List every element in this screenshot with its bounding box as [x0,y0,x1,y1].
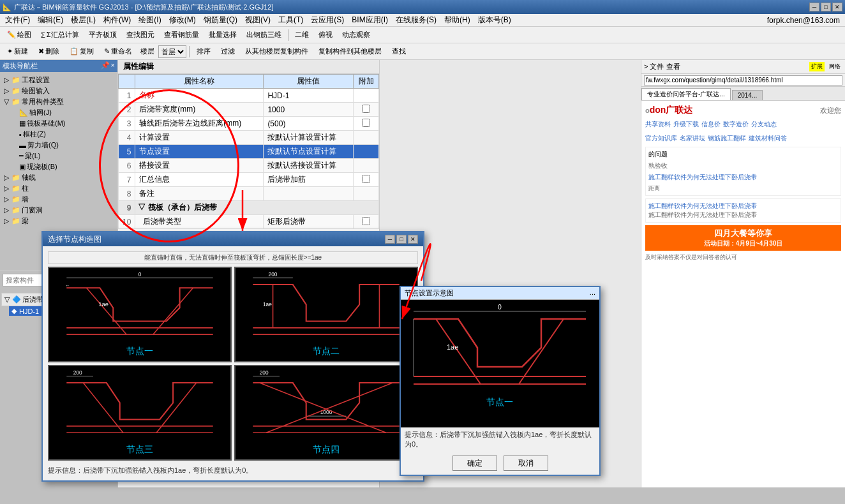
node-cell-1[interactable]: 0 1ae ← 节点一 [48,267,232,362]
sidebar-item-project-settings[interactable]: ▷ 📁 工程设置 [3,75,115,85]
menu-view[interactable]: 视图(V) [241,14,274,26]
web-nav-branch[interactable]: 分支动态 [751,120,777,129]
btn-view-rebar[interactable]: 查看钢筋量 [160,29,204,41]
web-nav2-knowledge[interactable]: 官方知识库 [645,134,677,143]
sidebar-item-wall[interactable]: ▷ 📁 墙 [3,194,115,205]
menu-user[interactable]: forpk.chen@163.com [763,15,844,26]
menu-rebar-qty[interactable]: 钢筋量(Q) [200,14,241,26]
prop-value[interactable]: 后浇带加筋 [264,173,354,187]
menu-component[interactable]: 构件(W) [100,14,135,26]
expand-icon[interactable]: ▷ [3,87,10,95]
table-row[interactable]: 5 节点设置 按默认节点设置计算 [119,145,379,159]
node-cell-3[interactable]: 200 节点三 [48,365,232,461]
restore-button[interactable]: □ [821,3,831,11]
node-cell-4[interactable]: 200 1000 节点四 [234,365,418,461]
btn-new[interactable]: ✦ 新建 [3,45,33,57]
web-address-input[interactable] [644,75,842,85]
menu-modify[interactable]: 修改(M) [165,14,200,26]
sidebar-item-common-types[interactable]: ▽ 📁 常用构件类型 [3,96,115,107]
web-nav-upgrade[interactable]: 升级下载 [673,120,699,129]
sidebar-item-shear-wall[interactable]: ▬ 剪力墙(Q) [10,140,115,151]
btn-top-view[interactable]: 俯视 [314,29,337,41]
minimize-button[interactable]: ─ [809,3,819,11]
menu-online[interactable]: 在线服务(S) [392,14,440,26]
table-row[interactable]: 3 轴线距后浇带左边线距离(mm) (500) [119,117,379,131]
btn-filter[interactable]: 过滤 [216,45,239,57]
btn-dynamic-view[interactable]: 动态观察 [338,29,375,41]
expand-icon[interactable]: ▷ [3,76,10,84]
menu-tools[interactable]: 工具(T) [274,14,307,26]
btn-find-comp[interactable]: 查找 [387,45,410,57]
dialog-close-btn[interactable]: ✕ [408,235,418,244]
btn-draw[interactable]: ✏️ 绘图 [3,29,36,41]
web-tab-2[interactable]: 2014... [732,90,763,100]
cancel-button[interactable]: 取消 [504,456,548,471]
sidebar-item-draw-input[interactable]: ▷ 📁 绘图输入 [3,85,115,96]
menu-version[interactable]: 版本号(B) [474,14,515,26]
dialog-restore-btn[interactable]: □ [396,235,407,244]
prop-value[interactable]: 按默认节点设置计算 [264,145,354,159]
prop-value[interactable] [264,187,354,201]
sidebar-pin-btn[interactable]: 📌 [101,61,110,71]
web-nav-price[interactable]: 信息价 [701,120,721,129]
web-toolbar-file[interactable]: > 文件 [644,62,664,71]
table-row[interactable]: 2 后浇带宽度(mm) 1000 [119,103,379,117]
prop-value[interactable]: 1000 [264,103,354,117]
table-row[interactable]: 4 计算设置 按默认计算设置计算 [119,131,379,145]
prop-checkbox[interactable] [354,215,379,229]
table-row[interactable]: 8 备注 [119,187,379,201]
confirm-button[interactable]: 确定 [452,456,497,471]
menu-edit[interactable]: 编辑(E) [34,14,67,26]
sidebar-item-slab[interactable]: ▣ 现浇板(B) [10,161,115,172]
web-nav2-lecture[interactable]: 名家讲坛 [680,134,705,143]
web-nav2-material[interactable]: 建筑材料问答 [749,134,787,143]
node-cell-2[interactable]: 200 1ae 节点二 [234,267,418,362]
btn-3d-rebar[interactable]: 出钢筋三维 [242,29,286,41]
node-display-expand-btn[interactable]: ... [590,288,595,298]
menu-bim[interactable]: BIM应用(I) [348,14,392,26]
table-row[interactable]: 7 汇总信息 后浇带加筋 [119,173,379,187]
prop-value[interactable]: 按默认搭接设置计算 [264,159,354,173]
sidebar-item-beam[interactable]: ━ 梁(L) [10,151,115,161]
btn-copy-to-floor[interactable]: 复制构件到其他楼层 [314,45,386,57]
web-network-btn[interactable]: 网络 [827,62,842,71]
btn-find[interactable]: 查找图元 [122,29,159,41]
collapse-icon[interactable]: ▽ [4,295,10,304]
menu-help[interactable]: 帮助(H) [440,14,474,26]
web-nav-digital[interactable]: 数字造价 [723,120,749,129]
menu-floor[interactable]: 楼层(L) [67,14,100,26]
sidebar-item-frame-column[interactable]: ▪ 框柱(Z) [10,129,115,140]
btn-calc[interactable]: Σ Σ汇总计算 [36,29,84,41]
prop-value[interactable]: 矩形后浇带 [264,215,354,229]
sidebar-item-axis-line[interactable]: ▷ 📁 轴线 [3,172,115,183]
table-row[interactable]: 10 后浇带类型 矩形后浇带 [119,215,379,229]
btn-batch-select[interactable]: 批量选择 [204,29,241,41]
prop-checkbox[interactable] [354,103,379,117]
prop-value[interactable]: 按默认计算设置计算 [264,131,354,145]
close-button[interactable]: ✕ [832,3,842,11]
prop-value[interactable]: HJD-1 [264,89,354,103]
table-row[interactable]: 1 名称 HJD-1 [119,89,379,103]
web-tab-1[interactable]: 专业造价问答平台-广联达... [641,88,731,100]
sidebar-item-column[interactable]: ▷ 📁 柱 [3,183,115,194]
btn-delete[interactable]: ✖ 删除 [34,45,64,57]
web-toolbar-view[interactable]: 查看 [666,62,680,71]
btn-rename[interactable]: ✎ 重命名 [100,45,137,57]
web-nav2-rebar[interactable]: 钢筋施工翻样 [708,134,746,143]
sidebar-item-door-window[interactable]: ▷ 📁 门窗洞 [3,205,115,216]
menu-file[interactable]: 文件(F) [1,14,34,26]
web-expand-btn[interactable]: 扩展 [809,62,825,71]
sidebar-close-btn[interactable]: × [111,61,115,71]
prop-value[interactable]: (500) [264,117,354,131]
dialog-minimize-btn[interactable]: ─ [385,235,395,244]
sidebar-item-raft-foundation[interactable]: ▦ 筏板基础(M) [10,118,115,129]
web-question1-link[interactable]: 施工翻样软件为何无法处理下卧后浇带 [648,173,838,182]
floor-select[interactable]: 首层 [158,45,186,58]
prop-checkbox[interactable] [354,117,379,131]
table-row[interactable]: 6 搭接设置 按默认搭接设置计算 [119,159,379,173]
web-question2-link[interactable]: 施工翻样软件为何无法处理下卧后浇带 [648,202,838,211]
web-nav-share[interactable]: 共享资料 [645,120,671,129]
prop-checkbox[interactable] [354,173,379,187]
btn-sort[interactable]: 排序 [192,45,215,57]
btn-copy-from-floor[interactable]: 从其他楼层复制构件 [241,45,313,57]
